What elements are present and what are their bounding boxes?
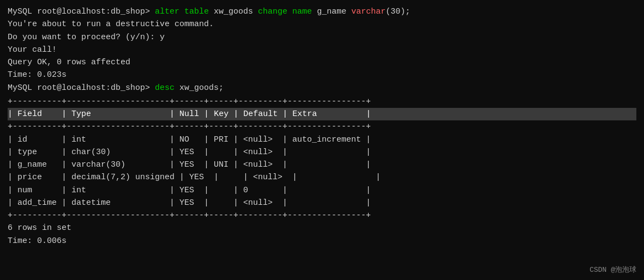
terminal-window: MySQL root@localhost:db_shop> alter tabl… xyxy=(0,0,644,280)
col-name: g_name xyxy=(317,7,351,16)
table-header-border: +----------+---------------------+------… xyxy=(8,120,636,133)
table-row: | add_time | datetime | YES | | <null> |… xyxy=(8,197,636,209)
prompt-1: MySQL root@localhost:db_shop> xyxy=(8,7,155,16)
warning-line-1: You're about to run a destructive comman… xyxy=(8,18,636,31)
table-row: | id | int | NO | PRI | <null> | auto_in… xyxy=(8,133,636,146)
type-keyword-1: varchar xyxy=(351,7,386,16)
query-result-line: Query OK, 0 rows affected xyxy=(8,56,636,69)
table-bottom-border: +----------+---------------------+------… xyxy=(8,209,636,222)
command-line-2: MySQL root@localhost:db_shop> desc xw_go… xyxy=(8,82,636,94)
table-top-border: +----------+---------------------+------… xyxy=(8,95,636,108)
table-row: | type | char(30) | YES | | <null> | | xyxy=(8,146,636,159)
header-type-label: Type xyxy=(71,109,165,119)
table-header-row: | Field | Type | Null | Key | Default | … xyxy=(8,108,636,120)
desc-keyword: desc xyxy=(155,83,179,93)
command-line-1: MySQL root@localhost:db_shop> alter tabl… xyxy=(8,5,636,18)
time-line-2: Time: 0.006s xyxy=(8,235,636,247)
table-row: | g_name | varchar(30) | YES | UNI | <nu… xyxy=(8,159,636,171)
header-extra-label: Extra xyxy=(292,109,361,119)
prompt-2: MySQL root@localhost:db_shop> xyxy=(8,83,155,93)
rows-in-set: 6 rows in set xyxy=(8,222,636,234)
header-field: | xyxy=(8,109,17,119)
header-null-label: Null xyxy=(179,109,199,119)
warning-line-3: Your call! xyxy=(8,44,636,56)
table-row: | num | int | YES | | 0 | | xyxy=(8,184,636,197)
header-default-label: Default xyxy=(243,109,278,119)
table-row: | price | decimal(7,2) unsigned | YES | … xyxy=(8,171,636,184)
alter-keyword: alter table xyxy=(155,7,214,16)
describe-table: +----------+---------------------+------… xyxy=(8,95,636,222)
header-key-label: Key xyxy=(214,109,228,119)
table-name-2: xw_goods; xyxy=(179,83,224,93)
type-param-1: (30); xyxy=(386,7,410,16)
table-name-1: xw_goods xyxy=(214,7,258,16)
header-field-label: Field xyxy=(17,109,57,119)
warning-line-2: Do you want to proceed? (y/n): y xyxy=(8,31,636,44)
watermark: CSDN @泡泡球 xyxy=(589,265,636,275)
time-line-1: Time: 0.023s xyxy=(8,69,636,81)
change-keyword: change name xyxy=(258,7,317,16)
